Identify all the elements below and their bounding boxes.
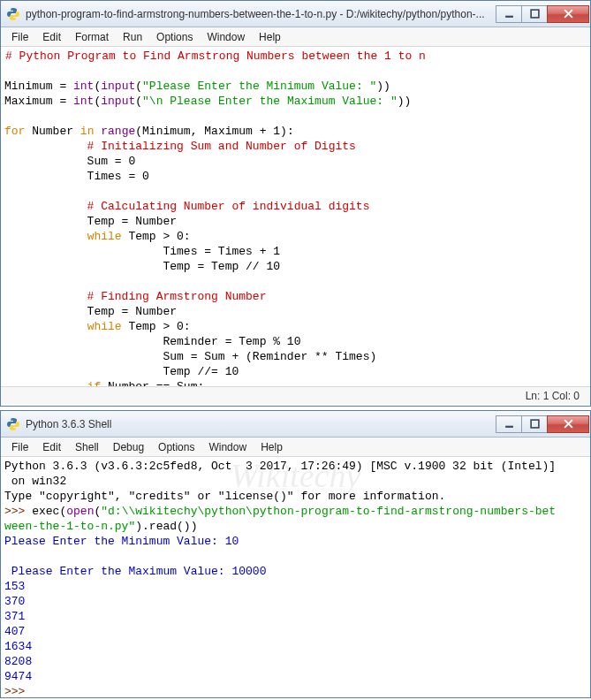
code-line: Reminder = Temp % 10 bbox=[4, 335, 300, 348]
menu-format[interactable]: Format bbox=[68, 29, 116, 45]
shell-output-value: 1634 bbox=[4, 640, 32, 653]
code-line: Times = 0 bbox=[4, 170, 149, 183]
menu-edit[interactable]: Edit bbox=[35, 439, 68, 455]
shell-line: on win32 bbox=[4, 475, 66, 488]
svg-rect-3 bbox=[531, 420, 539, 428]
editor-menubar: File Edit Format Run Options Window Help bbox=[1, 27, 590, 47]
window-controls bbox=[496, 415, 589, 433]
code-line bbox=[4, 320, 87, 333]
svg-rect-2 bbox=[505, 426, 513, 428]
code-line bbox=[4, 230, 87, 243]
code-line: # Calculating Number of individual digit… bbox=[4, 200, 369, 213]
maximize-button[interactable] bbox=[521, 5, 548, 23]
shell-window: Python 3.6.3 Shell File Edit Shell Debug… bbox=[0, 410, 591, 698]
code-line: Maximum = bbox=[4, 95, 73, 108]
shell-title: Python 3.6.3 Shell bbox=[26, 418, 496, 430]
shell-output-value: 371 bbox=[4, 610, 25, 623]
shell-output-value: 407 bbox=[4, 625, 25, 638]
shell-prompt: >>> bbox=[4, 505, 32, 518]
python-icon bbox=[6, 7, 20, 21]
editor-statusbar: Ln: 1 Col: 0 bbox=[1, 386, 590, 404]
code-line: for bbox=[4, 125, 25, 138]
shell-line: Type "copyright", "credits" or "license(… bbox=[4, 490, 445, 503]
minimize-button[interactable] bbox=[496, 415, 522, 433]
menu-edit[interactable]: Edit bbox=[35, 29, 68, 45]
menu-file[interactable]: File bbox=[4, 439, 35, 455]
code-line: Temp //= 10 bbox=[4, 365, 239, 378]
window-controls bbox=[496, 5, 589, 23]
shell-line: Please Enter the Minimum Value: 10 bbox=[4, 535, 239, 548]
menu-help[interactable]: Help bbox=[252, 29, 288, 45]
shell-output[interactable]: Python 3.6.3 (v3.6.3:2c5fed8, Oct 3 2017… bbox=[1, 457, 590, 696]
minimize-button[interactable] bbox=[496, 5, 522, 23]
editor-code[interactable]: # Python Program to Find Armstrong Numbe… bbox=[1, 47, 590, 386]
svg-rect-1 bbox=[531, 10, 539, 18]
shell-line: Please Enter the Maximum Value: 10000 bbox=[4, 565, 266, 578]
code-line: # Finding Armstrong Number bbox=[4, 290, 266, 303]
close-button[interactable] bbox=[547, 415, 589, 433]
menu-window[interactable]: Window bbox=[200, 29, 252, 45]
menu-window[interactable]: Window bbox=[201, 439, 254, 455]
menu-debug[interactable]: Debug bbox=[106, 439, 151, 455]
menu-options[interactable]: Options bbox=[151, 439, 201, 455]
menu-run[interactable]: Run bbox=[116, 29, 149, 45]
code-line: Sum = 0 bbox=[4, 155, 135, 168]
shell-line: Python 3.6.3 (v3.6.3:2c5fed8, Oct 3 2017… bbox=[4, 460, 556, 473]
editor-titlebar[interactable]: python-program-to-find-armstrong-numbers… bbox=[1, 1, 590, 27]
code-line bbox=[4, 380, 87, 386]
editor-title: python-program-to-find-armstrong-numbers… bbox=[26, 8, 496, 20]
shell-output-value: 370 bbox=[4, 595, 25, 608]
menu-help[interactable]: Help bbox=[254, 439, 290, 455]
menu-shell[interactable]: Shell bbox=[68, 439, 106, 455]
shell-titlebar[interactable]: Python 3.6.3 Shell bbox=[1, 411, 590, 438]
code-line: Temp = Temp // 10 bbox=[4, 260, 280, 273]
svg-rect-0 bbox=[505, 16, 513, 18]
maximize-button[interactable] bbox=[521, 415, 548, 433]
code-line: Minimum = bbox=[4, 80, 73, 93]
code-line: Temp = Number bbox=[4, 305, 177, 318]
shell-menubar: File Edit Shell Debug Options Window Hel… bbox=[1, 438, 590, 457]
python-icon bbox=[6, 417, 20, 431]
shell-output-value: 153 bbox=[4, 580, 25, 593]
shell-prompt: >>> bbox=[4, 685, 32, 696]
shell-output-value: 8208 bbox=[4, 655, 32, 668]
code-line: Times = Times + 1 bbox=[4, 245, 280, 258]
close-button[interactable] bbox=[547, 5, 589, 23]
code-line: Temp = Number bbox=[4, 215, 177, 228]
shell-output-value: 9474 bbox=[4, 670, 32, 683]
cursor-position: Ln: 1 Col: 0 bbox=[526, 390, 580, 402]
code-line: # Python Program to Find Armstrong Numbe… bbox=[5, 49, 426, 63]
menu-options[interactable]: Options bbox=[149, 29, 200, 45]
menu-file[interactable]: File bbox=[4, 29, 35, 45]
code-line: Sum = Sum + (Reminder ** Times) bbox=[4, 350, 376, 363]
code-line: # Initializing Sum and Number of Digits bbox=[4, 140, 356, 153]
editor-window: python-program-to-find-armstrong-numbers… bbox=[0, 0, 591, 407]
